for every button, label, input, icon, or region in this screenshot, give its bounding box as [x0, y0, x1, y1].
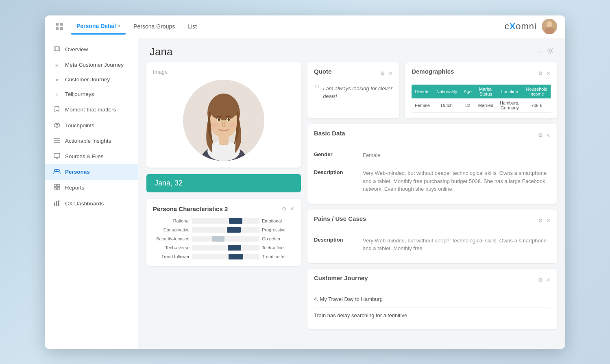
chart-row-trend: Trend follower Trend setter [153, 254, 294, 259]
sidebar-item-meta-customer-journey[interactable]: » Meta Customer Journey [45, 58, 138, 72]
sidebar-item-actionable-insights[interactable]: Actionable Insights [45, 133, 138, 149]
page-header: Jana ··· [138, 38, 565, 62]
demographics-close-icon[interactable]: ✕ [546, 70, 551, 76]
personas-icon [53, 168, 61, 176]
pains-data-row: Description Very Web-minded, but without… [314, 232, 551, 257]
svg-point-38 [228, 118, 230, 121]
more-options-icon[interactable]: ··· [534, 48, 542, 56]
brand-area: cXomni [505, 19, 557, 34]
label-conservative: Conservative [153, 227, 190, 232]
col-marital-status: Marital Status [475, 85, 497, 98]
quote-card-header: Quote ⚙ ✕ [314, 68, 393, 79]
pains-settings-icon[interactable]: ⚙ [538, 218, 543, 224]
quote-widget: Quote ⚙ ✕ " I am always looking for clev… [307, 62, 399, 118]
bar-chart-icon [53, 200, 61, 207]
characteristics-settings-icon[interactable]: ⚙ [282, 206, 287, 212]
chart-row-security: Security-focused Go getter [153, 236, 294, 242]
basic-data-row-gender: Gender Female [314, 146, 551, 165]
journey-item-1: Train has delay searching for alteriniti… [314, 307, 551, 323]
demographics-card-actions: ⚙ ✕ [538, 70, 551, 76]
image-card: Image [146, 62, 301, 168]
monitor-icon [53, 153, 61, 160]
journey-item-0: 4. My Travel Day to Hamburg [314, 291, 551, 307]
val-gender: Female [412, 98, 433, 113]
customer-journey-close-icon[interactable]: ✕ [546, 277, 551, 283]
svg-rect-21 [57, 187, 60, 190]
basic-data-settings-icon[interactable]: ⚙ [538, 132, 543, 138]
svg-rect-7 [54, 47, 60, 51]
sidebar-item-teiljourneys[interactable]: › Teiljourneys [45, 87, 138, 102]
val-marital-status: Married [475, 98, 497, 113]
grid-icon[interactable] [53, 20, 66, 33]
customer-journey-widget: Customer Journey ⚙ ✕ 4. My Travel Day to… [307, 269, 557, 329]
basic-data-val-gender: Female [363, 151, 380, 159]
list-icon [53, 137, 61, 145]
col-household-income: Household Income [523, 85, 551, 98]
svg-point-17 [57, 169, 59, 172]
demographics-data-row: Female Dutch 32 Married Hamburg, Germany… [412, 98, 551, 113]
demographics-settings-icon[interactable]: ⚙ [538, 70, 543, 76]
label-tech-affine: Tech-affine [262, 245, 294, 250]
characteristics-card: Persona Characteristics 2 ⚙ ✕ Rational [146, 199, 301, 266]
basic-data-val-description: Very Web-minded, but without deeper tech… [363, 169, 551, 193]
quote-text: I am always looking for clever deals! [323, 85, 393, 100]
pains-card-header: Pains / Use Cases ⚙ ✕ [314, 215, 551, 226]
svg-point-40 [229, 123, 236, 127]
persona-image [183, 80, 264, 161]
pains-widget: Pains / Use Cases ⚙ ✕ Description Very W… [307, 209, 557, 263]
svg-rect-2 [56, 27, 59, 30]
chart-row-conservative: Conservative Progressive [153, 227, 294, 233]
page-header-actions: ··· [534, 47, 554, 56]
sidebar-item-personas[interactable]: Personas [45, 164, 138, 180]
sidebar-item-touchpoints[interactable]: Touchpoints [45, 118, 138, 133]
customer-journey-settings-icon[interactable]: ⚙ [538, 277, 543, 283]
settings-icon[interactable] [547, 47, 554, 56]
svg-point-39 [211, 123, 218, 127]
track-conservative [192, 227, 259, 233]
svg-rect-0 [56, 23, 59, 26]
basic-data-widget: Basic Data ⚙ ✕ Gender Female Description [307, 124, 557, 204]
pains-title: Pains / Use Cases [314, 215, 366, 222]
journey-item-0-text: 4. My Travel Day to Hamburg [314, 296, 383, 302]
avatar[interactable] [542, 19, 557, 34]
sidebar: Overview » Meta Customer Journey » Custo… [45, 38, 138, 349]
basic-data-close-icon[interactable]: ✕ [546, 132, 551, 138]
quote-settings-icon[interactable]: ⚙ [380, 70, 385, 76]
bookmark-icon [53, 106, 61, 114]
sidebar-item-cx-dashboards[interactable]: CX Dashboards [45, 196, 138, 211]
svg-point-5 [547, 21, 552, 28]
chart-row-tech-averse: Tech-averse Tech-affine [153, 245, 294, 251]
bipolar-chart: Rational Emotional Conservative [153, 218, 294, 259]
name-badge: Jana, 32 [146, 174, 301, 192]
sidebar-item-sources-files[interactable]: Sources & Files [45, 149, 138, 164]
sidebar-item-customer-journey[interactable]: » Customer Journey [45, 72, 138, 87]
col-location: Location [497, 85, 523, 98]
brand-logo: cXomni [505, 21, 537, 32]
sidebar-item-overview[interactable]: Overview [45, 41, 138, 58]
label-trend-setter: Trend setter [262, 254, 294, 259]
svg-rect-13 [54, 153, 60, 157]
eye-icon [53, 122, 61, 129]
col-gender: Gender [412, 85, 433, 98]
tab-list[interactable]: List [182, 18, 203, 35]
characteristics-card-actions: ⚙ ✕ [282, 206, 294, 212]
svg-point-34 [209, 96, 238, 120]
basic-data-card-actions: ⚙ ✕ [538, 132, 551, 138]
track-trend [192, 254, 259, 259]
top-row: Quote ⚙ ✕ " I am always looking for clev… [307, 62, 557, 118]
chevron-down-icon: ▾ [118, 24, 120, 28]
quote-close-icon[interactable]: ✕ [388, 70, 393, 76]
basic-data-key-description: Description [314, 169, 363, 193]
tab-persona-groups[interactable]: Persona Groups [128, 18, 181, 35]
quote-card-actions: ⚙ ✕ [380, 70, 393, 76]
chart-row-rational: Rational Emotional [153, 218, 294, 224]
label-go-getter: Go getter [262, 236, 294, 241]
quote-body: " I am always looking for clever deals! [314, 85, 393, 109]
label-tech-averse: Tech-averse [153, 245, 190, 250]
characteristics-close-icon[interactable]: ✕ [290, 206, 294, 212]
sidebar-item-moment-that-matters[interactable]: Moment-that-matters [45, 102, 138, 118]
sidebar-item-reports[interactable]: Reports [45, 180, 138, 196]
svg-rect-22 [54, 203, 55, 206]
tab-persona-detail[interactable]: Persona Detail ▾ [71, 18, 126, 35]
pains-close-icon[interactable]: ✕ [546, 218, 551, 224]
